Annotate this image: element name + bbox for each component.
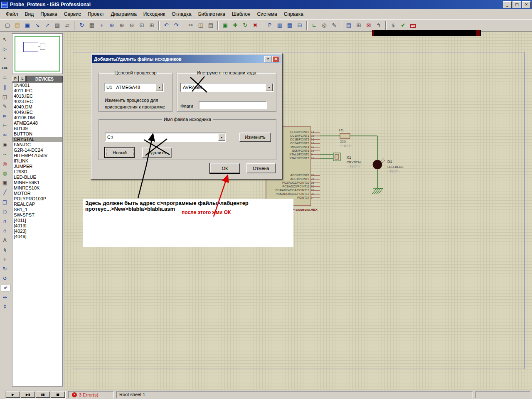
decompose-button[interactable]: ⊟ — [295, 20, 305, 30]
property-assignment-button[interactable]: ✎ — [329, 20, 339, 30]
library-button[interactable]: L — [19, 76, 26, 82]
redraw-button[interactable]: ↻ — [77, 20, 87, 30]
device-list-item[interactable]: FAN-DC — [12, 142, 62, 148]
remove-current-sheet-button[interactable]: ⊠ — [364, 20, 374, 30]
new-root-sheet-button[interactable]: ⊞ — [354, 20, 364, 30]
window-titlebar[interactable]: ISIS Probe_Proteus - ISIS Professional _… — [0, 0, 532, 9]
dialog-help-button[interactable]: ? — [264, 56, 271, 62]
stop-button[interactable]: ■ — [51, 392, 65, 398]
wire-label-button[interactable]: LBL — [0, 64, 10, 72]
play-button[interactable]: ▶ — [6, 392, 20, 398]
subcircuit-button[interactable]: ◱ — [0, 92, 10, 101]
block-move-button[interactable]: ✚ — [230, 20, 240, 30]
print-button[interactable]: ▥ — [52, 20, 62, 30]
new-design-button[interactable]: ▢ — [2, 20, 12, 30]
cancel-button[interactable]: Отмена — [246, 163, 276, 173]
device-list-item[interactable]: 1N4001 — [12, 83, 62, 88]
device-list-item[interactable]: MINRES9K1 — [12, 180, 62, 185]
tape-recorder-button[interactable]: ◉ — [0, 140, 10, 149]
rotate-anticlockwise-button[interactable]: ↺ — [0, 274, 10, 283]
2d-box-button[interactable]: □ — [0, 197, 10, 206]
dialog-close-button[interactable]: ✕ — [272, 56, 279, 62]
menu-item[interactable]: Библиотека — [195, 10, 229, 18]
import-section-button[interactable]: ↘ — [32, 20, 42, 30]
wire-autorouter-button[interactable]: ∟ — [309, 20, 319, 30]
virtual-instruments-button[interactable]: ▣ — [0, 178, 10, 187]
component-button[interactable]: ▷ — [0, 44, 10, 53]
false-origin-button[interactable]: + — [97, 20, 107, 30]
ok-button[interactable]: ОК — [210, 163, 240, 173]
source-file-combo[interactable]: C:\ ▼ — [105, 133, 226, 142]
pause-button[interactable]: ▮▮ — [36, 392, 50, 398]
device-list-item[interactable]: 4023.IEC — [12, 99, 62, 104]
new-button[interactable]: Новый — [105, 148, 135, 158]
voltage-probe-button[interactable]: ◎ — [0, 159, 10, 168]
device-list-item[interactable]: REALCAP — [12, 202, 62, 207]
open-design-button[interactable]: ▤ — [12, 20, 22, 30]
2d-path-button[interactable]: ⌂ — [0, 226, 10, 235]
bill-of-materials-button[interactable]: $ — [388, 20, 398, 30]
zoom-whole-sheet-button[interactable]: ⊞ — [147, 20, 157, 30]
close-button[interactable]: ✕ — [522, 1, 531, 8]
export-section-button[interactable]: ↗ — [42, 20, 52, 30]
device-pin-button[interactable]: ⊢ — [0, 121, 10, 130]
device-list-item[interactable]: 4049.IEC — [12, 110, 62, 115]
selection-button[interactable]: ↖ — [0, 35, 10, 44]
make-device-button[interactable]: ▥ — [275, 20, 285, 30]
menu-item[interactable]: Справка — [281, 10, 307, 18]
pick-device-button[interactable]: P — [265, 20, 275, 30]
current-probe-button[interactable]: ◍ — [0, 169, 10, 177]
2d-symbols-button[interactable]: § — [0, 245, 10, 254]
block-delete-button[interactable]: ✖ — [250, 20, 260, 30]
2d-circle-button[interactable]: ○ — [0, 207, 10, 216]
zoom-in-button[interactable]: ⊕ — [117, 20, 127, 30]
paste-button[interactable]: ▤ — [206, 20, 216, 30]
device-list-item[interactable]: [4013] — [12, 223, 62, 229]
chevron-down-icon[interactable]: ▼ — [156, 84, 163, 91]
device-list-item[interactable]: 4011.IEC — [12, 88, 62, 94]
generator-button[interactable]: ~ — [0, 150, 10, 158]
undo-button[interactable]: ↶ — [161, 20, 171, 30]
2d-arc-button[interactable]: ∩ — [0, 217, 10, 225]
device-list-item[interactable]: HITEMP47U50V — [12, 153, 62, 158]
2d-line-button[interactable]: ╱ — [0, 188, 10, 197]
menu-item[interactable]: Файл — [2, 10, 22, 18]
graph-button[interactable]: ≈ — [0, 131, 10, 139]
device-list-item[interactable]: CRYSTAL — [12, 137, 62, 142]
pick-parts-button[interactable]: P — [12, 76, 19, 82]
packaging-tool-button[interactable]: ▦ — [285, 20, 295, 30]
menu-item[interactable]: Диаграмма — [107, 10, 140, 18]
redo-button[interactable]: ↷ — [171, 20, 181, 30]
device-list-item[interactable]: SB1_1 — [12, 207, 62, 212]
maximize-button[interactable]: □ — [512, 1, 521, 8]
x-mirror-button[interactable]: ↔ — [0, 293, 10, 301]
menu-item[interactable]: Исходник — [140, 10, 168, 18]
2d-markers-button[interactable]: + — [0, 255, 10, 264]
chevron-down-icon[interactable]: ▼ — [218, 133, 225, 141]
zoom-view-area-button[interactable]: ⊡ — [137, 20, 147, 30]
device-list-item[interactable]: JUMPER — [12, 164, 62, 169]
device-list-item[interactable]: IRLINK — [12, 158, 62, 164]
device-list-item[interactable]: LED-BLUE — [12, 175, 62, 180]
schematic-overview[interactable] — [12, 33, 63, 74]
device-list-item[interactable]: 40106.DM — [12, 115, 62, 121]
menu-item[interactable]: Шаблон — [229, 10, 254, 18]
cut-button[interactable]: ✂ — [186, 20, 196, 30]
y-mirror-button[interactable]: ↕ — [0, 302, 10, 311]
menu-item[interactable]: Проект — [84, 10, 108, 18]
toggle-grid-button[interactable]: ▦ — [87, 20, 97, 30]
device-list-item[interactable]: [4023] — [12, 229, 62, 234]
junction-dot-button[interactable]: • — [0, 54, 10, 63]
simulation-log-panel[interactable]: ✕ 3 Error(s) — [68, 391, 114, 398]
exit-to-parent-button[interactable]: ↰ — [374, 20, 384, 30]
device-list-item[interactable]: G2R-14-DC24 — [12, 148, 62, 153]
search-and-tag-button[interactable]: ◎ — [319, 20, 329, 30]
device-list-item[interactable]: [4011] — [12, 218, 62, 223]
save-design-button[interactable]: ▣ — [22, 20, 32, 30]
rotate-clockwise-button[interactable]: ↻ — [0, 264, 10, 273]
instant-edit-button[interactable]: ✎ — [0, 102, 10, 111]
device-list-item[interactable]: MOTOR — [12, 191, 62, 196]
menu-item[interactable]: Правка — [37, 10, 61, 18]
menu-item[interactable]: Система — [254, 10, 280, 18]
menu-item[interactable]: Вид — [22, 10, 37, 18]
